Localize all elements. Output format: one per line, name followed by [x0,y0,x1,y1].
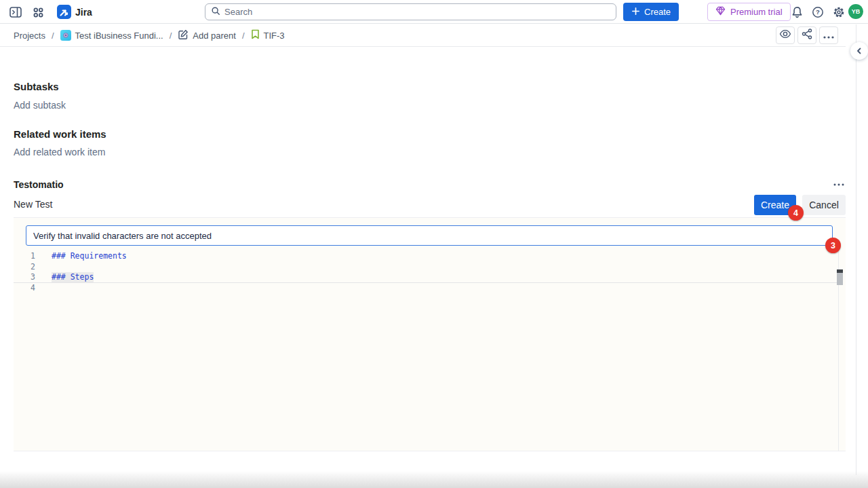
subtasks-heading: Subtasks [14,81,59,92]
premium-trial-button[interactable]: Premium trial [707,3,791,21]
svg-text:?: ? [816,8,820,16]
test-code-editor[interactable]: 1 ### Requirements 2 3 ### Steps 4 [14,251,838,293]
issue-actions [776,26,838,44]
share-button[interactable] [797,26,816,44]
project-avatar-icon [60,30,71,41]
create-button[interactable]: Create [623,3,679,21]
testomatio-heading: Testomatio [14,179,64,190]
breadcrumb-separator: / [242,31,245,41]
line-number: 1 [14,251,35,262]
more-actions-button[interactable] [819,26,838,44]
code-line[interactable]: 2 [14,262,838,273]
code-line-active[interactable]: 3 ### Steps [14,272,838,283]
annotation-badge-4: 4 [788,205,804,221]
bookmark-icon [251,29,260,41]
code-line[interactable]: 1 ### Requirements [14,251,838,262]
search-input[interactable]: Search [205,3,616,20]
testomatio-menu-icon[interactable] [832,181,846,189]
test-cancel-button[interactable]: Cancel [802,195,846,215]
add-parent-button[interactable]: Add parent [178,29,236,42]
collapse-panel-button[interactable] [850,42,868,60]
eye-icon [779,29,791,41]
share-icon [802,29,812,42]
top-navigation-bar: Jira Search Create Premium trial [0,0,868,24]
watch-button[interactable] [776,26,795,44]
user-avatar[interactable]: YB [848,4,863,19]
gem-icon [715,6,726,18]
new-test-label: New Test [14,199,52,210]
breadcrumb-projects[interactable]: Projects [14,31,45,41]
edit-icon [178,29,189,42]
app-title: Jira [75,7,92,18]
sidebar-toggle-icon[interactable] [8,5,23,20]
jira-logo-icon[interactable] [57,5,71,19]
right-panel-divider [856,24,856,475]
breadcrumb: Projects / Test iBusiness Fundi... / Add… [14,24,285,47]
test-title-input[interactable] [26,225,833,246]
related-work-items-heading: Related work items [14,128,106,140]
settings-gear-icon[interactable] [831,5,846,20]
add-subtask-link[interactable]: Add subtask [14,100,66,111]
code-text: ### Steps [52,272,94,283]
code-text: ### Requirements [52,251,127,262]
app-switcher-icon[interactable] [31,5,45,20]
add-related-work-item-link[interactable]: Add related work item [14,147,105,157]
breadcrumb-issue-key[interactable]: TIF-3 [251,29,285,41]
search-placeholder: Search [224,7,252,17]
line-number: 3 [14,272,35,283]
breadcrumb-separator: / [170,31,172,41]
line-number: 4 [14,283,35,294]
ellipsis-icon [823,29,834,41]
annotation-badge-3: 3 [825,238,841,253]
chevron-left-icon [856,46,863,56]
plus-icon [631,7,640,18]
breadcrumb-project[interactable]: Test iBusiness Fundi... [60,30,163,41]
editor-scrollbar-thumb[interactable] [837,269,843,285]
breadcrumb-separator: / [52,31,54,41]
search-icon [211,6,220,18]
help-icon[interactable]: ? [810,5,825,20]
code-line[interactable]: 4 [14,283,838,294]
notifications-bell-icon[interactable] [789,5,804,20]
line-number: 2 [14,262,35,273]
bottom-shadow [0,471,868,488]
